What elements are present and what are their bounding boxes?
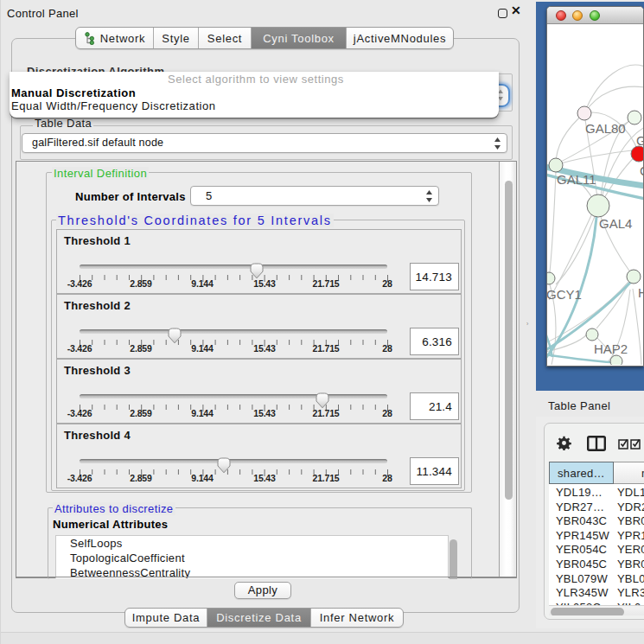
svg-text:HAP2: HAP2 <box>594 341 628 356</box>
svg-text:H: H <box>638 285 643 300</box>
svg-text:G: G <box>636 133 643 148</box>
svg-text:GAL4: GAL4 <box>599 216 632 231</box>
svg-text:C: C <box>640 163 643 178</box>
svg-text:GAL11: GAL11 <box>557 172 596 187</box>
svg-text:GAL80: GAL80 <box>585 121 626 136</box>
svg-text:GCY1: GCY1 <box>547 287 582 302</box>
